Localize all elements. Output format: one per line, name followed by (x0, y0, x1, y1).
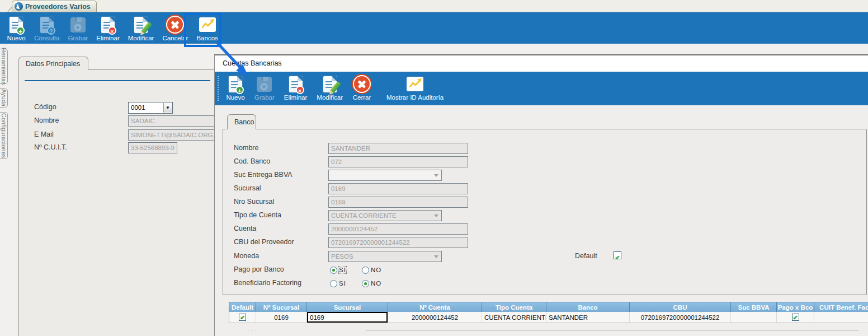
factoring-si-radio[interactable] (330, 280, 337, 287)
tipo-cuenta-label: Tipo de Cuenta (234, 211, 281, 219)
eliminar-button[interactable]: × Eliminar (94, 15, 122, 41)
factoring-no-label[interactable]: NO (371, 280, 381, 287)
bank-cerrar-button[interactable]: Cerrar (350, 74, 374, 101)
bank-sucursal-label: Sucursal (234, 184, 261, 192)
col-cbu[interactable]: CBU (630, 302, 731, 312)
cell-sucursal[interactable]: 0169 (307, 312, 388, 323)
cell-pago-x-bco[interactable]: ✔ (777, 312, 814, 323)
document-delete-icon: × (98, 16, 117, 34)
grabar-button[interactable]: Grabar (65, 15, 90, 41)
sucursal-edit-field[interactable]: 0169 (307, 312, 388, 323)
suc-entrega-bbva-dropdown[interactable] (328, 170, 442, 181)
cell-banco[interactable]: SANTANDER (546, 312, 630, 323)
row-pago-checkbox[interactable]: ✔ (792, 314, 799, 321)
document-delete-icon: × (286, 75, 305, 93)
pago-banco-si-radio[interactable] (330, 267, 337, 274)
codigo-combobox[interactable]: 0001 ▼ (128, 102, 173, 114)
top-tab-band: Proveedores Varios (0, 0, 868, 12)
app-logo-icon (15, 2, 23, 11)
cell-tipo-cuenta[interactable]: CUENTA CORRIENTE (482, 312, 546, 323)
bank-toolbar: + Nuevo Grabar × Eliminar Modificar (215, 72, 868, 105)
panel-accent-line (25, 80, 210, 81)
pago-banco-no-radio[interactable] (362, 267, 369, 274)
email-label: E Mail (34, 130, 54, 138)
tab-datos-principales[interactable]: Datos Principales (18, 57, 88, 70)
sidebar-tab-configuraciones[interactable]: Configuraciones (0, 112, 8, 159)
nombre-label: Nombre (34, 116, 59, 124)
cuenta-field[interactable]: 2000000124452 (328, 223, 468, 235)
col-nro-sucursal[interactable]: Nº Sucursal (256, 302, 307, 312)
cod-banco-field[interactable]: 072 (328, 156, 468, 167)
col-banco[interactable]: Banco (546, 302, 630, 312)
cell-cbu[interactable]: 0720169720000001244522 (630, 312, 731, 323)
app-tab-label: Proveedores Varios (25, 3, 91, 11)
row-default-checkbox[interactable]: ✔ (239, 314, 246, 321)
pago-banco-no-label[interactable]: NO (371, 267, 381, 273)
cbu-proveedor-field[interactable]: 0720169720000001244522 (328, 237, 468, 248)
document-question-icon: ? (37, 16, 56, 34)
factoring-si-label[interactable]: SI (339, 280, 346, 287)
cod-banco-label: Cod. Banco (234, 157, 270, 165)
checkmark-icon: ✔ (792, 314, 798, 321)
bank-grabar-button[interactable]: Grabar (252, 74, 277, 101)
beneficiario-factoring-label: Beneficiario Factoring (234, 279, 301, 287)
cell-cuit-benef[interactable] (814, 312, 868, 323)
cuit-label: Nº C.U.I.T. (34, 143, 67, 151)
cell-nro-sucursal[interactable]: 0169 (256, 312, 307, 323)
document-add-icon: + (7, 16, 26, 34)
col-suc-bbva[interactable]: Suc BBVA (731, 302, 777, 312)
document-edit-icon (131, 16, 150, 34)
toolbar-gripper[interactable] (218, 76, 219, 101)
tipo-cuenta-dropdown[interactable]: CUENTA CORRIENTE (328, 210, 442, 221)
dropdown-arrow-icon (434, 214, 438, 217)
floppy-disk-icon (255, 75, 274, 93)
document-edit-icon (320, 75, 339, 93)
sidebar-tab-ayuda[interactable]: Ayuda (0, 88, 8, 108)
cbu-proveedor-label: CBU del Proveedor (234, 238, 294, 246)
main-toolbar: + Nuevo ? Consulta Grabar × Eliminar Mod… (0, 12, 868, 44)
bank-sucursal-field[interactable]: 0169 (328, 183, 468, 194)
bancos-highlight-box (184, 13, 221, 47)
cuentas-bancarias-window: Cuentas Bancarias + Nuevo Grabar × Elimi… (214, 54, 868, 336)
modificar-button[interactable]: Modificar (126, 15, 157, 41)
col-sucursal[interactable]: Sucursal (307, 302, 388, 312)
bank-accounts-grid: Default Nº Sucursal Sucursal Nº Cuenta T… (229, 302, 868, 323)
sidebar-tab-herramientas[interactable]: Herramientas (0, 49, 8, 84)
col-nro-cuenta[interactable]: Nº Cuenta (388, 302, 482, 312)
cuenta-label: Cuenta (234, 225, 256, 232)
cell-default[interactable]: ✔ (229, 312, 256, 323)
factoring-no-radio[interactable] (362, 280, 369, 287)
bank-window-title: Cuentas Bancarias (223, 59, 282, 67)
combo-dropdown-icon[interactable]: ▼ (163, 103, 172, 113)
splitter-line (366, 330, 859, 331)
bank-window-titlebar: Cuentas Bancarias (215, 55, 868, 72)
nuevo-button[interactable]: + Nuevo (4, 15, 28, 41)
bank-eliminar-button[interactable]: × Eliminar (282, 74, 310, 101)
cell-suc-bbva[interactable] (731, 312, 777, 323)
tab-banco[interactable]: Banco (227, 114, 256, 129)
col-cuit-benef[interactable]: CUIT Benef. Factoring (814, 302, 868, 312)
grid-data-row[interactable]: ✔ 0169 0169 2000000124452 CUENTA CORRIEN… (229, 312, 868, 323)
mostrar-id-auditoria-button[interactable]: Mostrar ID Auditoría (384, 74, 446, 101)
tab-proveedores-varios[interactable]: Proveedores Varios (12, 1, 97, 12)
nro-sucursal-field[interactable]: 0169 (328, 197, 468, 208)
col-default[interactable]: Default (229, 302, 256, 312)
moneda-dropdown[interactable]: PESOS (328, 251, 442, 262)
bank-nombre-field[interactable]: SANTANDER (328, 143, 468, 154)
bank-nombre-label: Nombre (234, 144, 258, 152)
pago-banco-si-label[interactable]: SI (339, 267, 346, 273)
consulta-button[interactable]: ? Consulta (32, 15, 62, 41)
dropdown-arrow-icon (434, 174, 438, 177)
cancel-circle-icon (166, 16, 185, 34)
grid-header-row: Default Nº Sucursal Sucursal Nº Cuenta T… (229, 302, 868, 312)
col-tipo-cuenta[interactable]: Tipo Cuenta (482, 302, 546, 312)
splitter-grip-dots[interactable]: ··· (247, 329, 270, 332)
col-pago-x-bco[interactable]: Pago x Bco (777, 302, 814, 312)
cell-nro-cuenta[interactable]: 2000000124452 (388, 312, 482, 323)
bank-nuevo-button[interactable]: + Nuevo (224, 74, 247, 101)
cuit-field[interactable]: 33-52568893-9 (128, 142, 177, 153)
floppy-disk-icon (68, 16, 87, 34)
checkmark-icon: ✔ (240, 314, 245, 321)
bank-modificar-button[interactable]: Modificar (314, 74, 345, 101)
default-checkbox[interactable]: ✔ (614, 251, 621, 259)
